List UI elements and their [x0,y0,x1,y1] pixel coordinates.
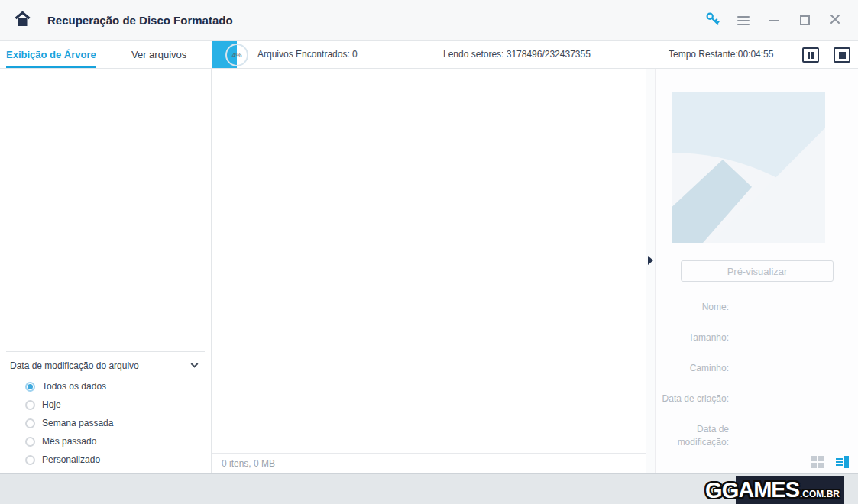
meta-label-size: Tamanho: [656,331,729,345]
meta-label-created: Data de criação: [656,393,729,406]
radio-icon [25,382,35,392]
tree-panel: Data de modificação do arquivo Todos os … [0,69,212,473]
stop-icon [839,52,846,59]
app-window: Recuperação de Disco Formatado [0,0,858,504]
menu-icon [737,16,750,25]
tab-tree-view[interactable]: Exibição de Árvore [6,41,96,68]
file-list-status: 0 itens, 0 MB [212,453,646,473]
view-mode-switcher [811,456,849,468]
stop-button[interactable] [834,47,850,63]
radio-icon [25,418,35,428]
radio-icon [25,455,35,465]
home-icon [14,11,31,31]
files-found-label: Arquivos Encontrados: 0 [257,41,358,68]
preview-button[interactable]: Pré-visualizar [681,260,834,282]
close-button[interactable] [820,8,850,34]
date-filter-section: Data de modificação do arquivo Todos os … [0,351,211,469]
home-button[interactable] [11,9,34,32]
collapse-arrow-icon [648,256,653,265]
watermark-ames: AMES [738,477,799,502]
close-icon [830,14,840,27]
meta-label-modified: Data de modificação: [656,423,729,449]
file-metadata: Nome: Tamanho: Caminho: Data de criação:… [656,301,732,466]
page-title: Recuperação de Disco Formatado [47,14,233,27]
filter-title: Data de modificação do arquivo [10,360,139,371]
maximize-icon [800,15,810,25]
progress-percent: 4% [231,51,241,59]
titlebar: Recuperação de Disco Formatado [0,0,858,41]
key-icon [705,11,720,30]
radio-icon [25,437,35,447]
license-key-button[interactable] [698,8,728,34]
minimize-icon [769,20,779,21]
radio-custom[interactable]: Personalizado [0,451,211,469]
scan-progress-bar: 4% Arquivos Encontrados: 0 Lendo setores… [212,41,858,68]
tab-file-view[interactable]: Ver arquivos [131,41,186,68]
panel-splitter[interactable] [646,69,656,473]
pause-button[interactable] [802,47,819,63]
filter-header[interactable]: Data de modificação do arquivo [10,360,202,371]
detail-view-icon[interactable] [836,456,849,468]
meta-label-path: Caminho: [656,362,729,376]
radio-all-data[interactable]: Todos os dados [0,377,211,396]
thumbnail-view-icon[interactable] [811,456,824,468]
bottom-bar: GG AMES .COM.BR [0,473,858,504]
watermark-tld: .COM.BR [800,489,840,499]
file-list-body[interactable] [212,86,646,453]
maximize-button[interactable] [789,8,820,34]
watermark-gg: GG [705,478,738,503]
main-content: Data de modificação do arquivo Todos os … [0,69,858,473]
sectors-label: Lendo setores: 3178496/232437355 [443,41,591,68]
meta-label-name: Nome: [656,301,729,315]
preview-placeholder-image [672,92,825,243]
minimize-button[interactable] [759,8,789,34]
progress-spinner: 4% [225,44,248,66]
file-list-panel: 0 itens, 0 MB [212,69,646,473]
file-list-header [212,69,646,86]
pause-icon [808,52,810,59]
radio-last-month[interactable]: Mês passado [0,432,211,451]
menu-button[interactable] [728,8,759,34]
time-remaining-label: Tempo Restante:00:04:55 [669,41,773,68]
preview-panel: Pré-visualizar Nome: Tamanho: Caminho: D… [656,69,858,473]
chevron-down-icon [191,360,199,367]
ggames-watermark: GG AMES .COM.BR [705,476,844,504]
radio-last-week[interactable]: Semana passada [0,414,211,432]
radio-icon [25,400,35,410]
titlebar-actions [698,8,850,34]
radio-today[interactable]: Hoje [0,396,211,414]
tabbar: Exibição de Árvore Ver arquivos 4% Arqui… [0,41,858,69]
divider [6,351,205,352]
